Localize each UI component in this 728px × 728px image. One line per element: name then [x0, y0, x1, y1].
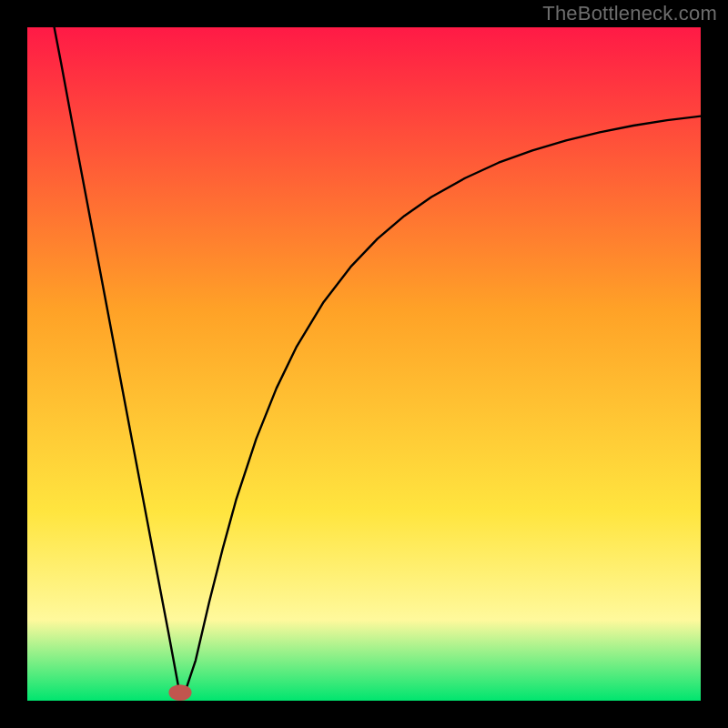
watermark-text: TheBottleneck.com: [542, 2, 717, 25]
plot-background: [27, 27, 701, 701]
bottleneck-chart: [0, 0, 728, 728]
optimum-marker: [168, 684, 191, 701]
chart-container: TheBottleneck.com: [0, 0, 728, 728]
